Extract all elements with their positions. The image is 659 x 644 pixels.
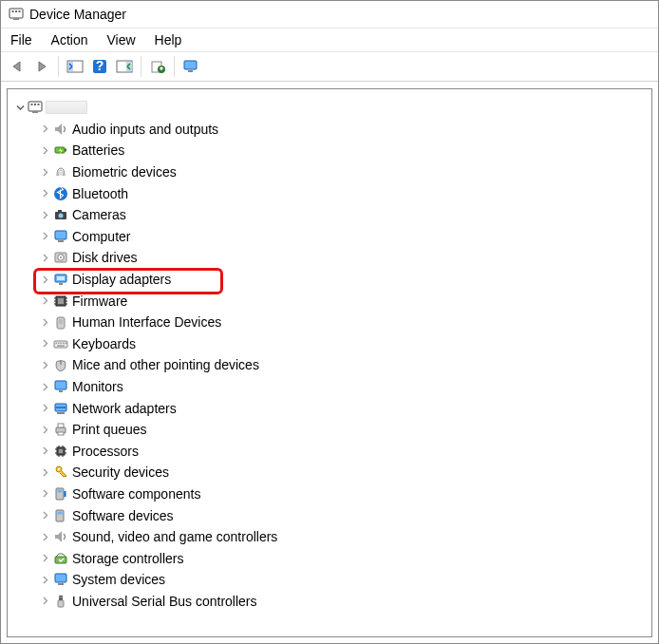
chevron-right-icon[interactable] — [38, 404, 51, 412]
tree-root[interactable] — [11, 97, 648, 119]
tree-item[interactable]: Network adapters — [11, 397, 648, 419]
svg-rect-1 — [12, 10, 14, 12]
svg-rect-73 — [58, 489, 63, 492]
tree-item-label: Network adapters — [72, 401, 177, 416]
tree-item[interactable]: Audio inputs and outputs — [11, 119, 648, 141]
menu-action[interactable]: Action — [42, 28, 98, 51]
chevron-right-icon[interactable] — [38, 489, 51, 498]
tree-item[interactable]: Security devices — [11, 462, 648, 483]
scan-hardware-button[interactable] — [113, 55, 136, 78]
forward-button[interactable] — [30, 55, 53, 78]
tree-item[interactable]: System devices — [11, 569, 648, 591]
chevron-right-icon[interactable] — [38, 597, 51, 605]
category-icon — [52, 163, 69, 180]
tree-item[interactable]: Human Interface Devices — [11, 312, 648, 333]
category-icon — [52, 528, 69, 545]
toolbar-separator — [174, 56, 175, 77]
help-button[interactable]: ? — [88, 55, 111, 78]
tree-item-label: Universal Serial Bus controllers — [72, 594, 257, 609]
chevron-right-icon[interactable] — [38, 446, 51, 455]
svg-rect-26 — [55, 231, 66, 239]
chevron-down-icon[interactable] — [13, 104, 27, 112]
category-icon — [52, 271, 69, 288]
tree-item[interactable]: Computer — [11, 226, 648, 248]
tree-item-label: Sound, video and game controllers — [72, 529, 277, 544]
chevron-right-icon[interactable] — [38, 296, 51, 305]
svg-rect-49 — [66, 342, 67, 344]
svg-rect-19 — [32, 111, 38, 113]
showhide-tree-button[interactable] — [64, 55, 86, 78]
chevron-right-icon[interactable] — [38, 533, 51, 541]
chevron-right-icon[interactable] — [38, 275, 51, 284]
tree-item-label: Disk drives — [72, 250, 137, 265]
chevron-right-icon[interactable] — [38, 211, 51, 219]
tree-item[interactable]: Universal Serial Bus controllers — [11, 591, 648, 613]
chevron-right-icon[interactable] — [38, 383, 51, 391]
svg-rect-79 — [58, 583, 64, 585]
svg-rect-16 — [31, 104, 33, 105]
svg-rect-48 — [63, 342, 65, 344]
tree-item[interactable]: Software components — [11, 483, 648, 505]
tree-item-label: Human Interface Devices — [72, 314, 221, 330]
remote-monitor-button[interactable] — [179, 55, 202, 78]
tree-item[interactable]: Processors — [11, 441, 648, 463]
update-driver-button[interactable] — [146, 55, 169, 78]
device-manager-window: Device Manager File Action View Help ? — [0, 0, 659, 644]
chevron-right-icon[interactable] — [38, 254, 51, 262]
svg-rect-18 — [38, 104, 40, 105]
back-button[interactable] — [6, 55, 28, 78]
tree-item[interactable]: Software devices — [11, 504, 648, 526]
toolbar: ? — [1, 52, 658, 82]
chevron-right-icon[interactable] — [38, 146, 51, 155]
chevron-right-icon[interactable] — [38, 576, 51, 584]
menu-help[interactable]: Help — [145, 28, 192, 51]
tree-item[interactable]: Print queues — [11, 419, 648, 441]
svg-rect-56 — [55, 407, 66, 408]
chevron-right-icon[interactable] — [38, 361, 51, 369]
svg-rect-74 — [65, 491, 66, 497]
chevron-right-icon[interactable] — [38, 339, 51, 348]
chevron-right-icon[interactable] — [38, 124, 51, 133]
svg-rect-44 — [54, 341, 67, 348]
tree-item-label: Biometric devices — [72, 164, 177, 180]
tree-item[interactable]: Storage controllers — [11, 547, 648, 569]
tree-item-label: Processors — [72, 444, 139, 459]
svg-point-71 — [58, 468, 60, 470]
tree-item[interactable]: Batteries — [11, 140, 648, 161]
tree-item[interactable]: Biometric devices — [11, 161, 648, 183]
chevron-right-icon[interactable] — [38, 168, 51, 177]
chevron-right-icon[interactable] — [38, 318, 51, 327]
category-icon — [52, 121, 69, 138]
tree-item-label: Software devices — [72, 508, 174, 523]
category-icon — [52, 228, 69, 245]
tree-item[interactable]: Display adapters — [11, 269, 648, 291]
tree-item-label: Computer — [72, 229, 130, 244]
device-tree[interactable]: Audio inputs and outputsBatteriesBiometr… — [7, 88, 652, 637]
chevron-right-icon[interactable] — [38, 468, 51, 477]
tree-item-label: Bluetooth — [72, 186, 128, 201]
chevron-right-icon[interactable] — [38, 554, 51, 562]
tree-item-label: Print queues — [72, 422, 147, 437]
tree-item[interactable]: Keyboards — [11, 333, 648, 355]
svg-rect-21 — [65, 149, 66, 152]
tree-item[interactable]: Monitors — [11, 376, 648, 398]
tree-item[interactable]: Cameras — [11, 204, 648, 226]
svg-rect-53 — [59, 390, 63, 392]
menu-file[interactable]: File — [1, 28, 42, 51]
tree-item[interactable]: Bluetooth — [11, 182, 648, 204]
menubar: File Action View Help — [1, 28, 658, 52]
tree-item[interactable]: Mice and other pointing devices — [11, 354, 648, 376]
category-icon — [52, 335, 69, 352]
chevron-right-icon[interactable] — [38, 426, 51, 434]
menu-view[interactable]: View — [97, 28, 144, 51]
category-icon — [52, 464, 69, 481]
svg-rect-25 — [58, 210, 62, 212]
tree-item[interactable]: Sound, video and game controllers — [11, 526, 648, 548]
chevron-right-icon[interactable] — [38, 232, 51, 240]
chevron-right-icon[interactable] — [38, 189, 51, 198]
chevron-right-icon[interactable] — [38, 511, 51, 520]
tree-item[interactable]: Disk drives — [11, 247, 648, 269]
tree-item[interactable]: Firmware — [11, 290, 648, 312]
svg-rect-43 — [59, 319, 63, 324]
svg-rect-33 — [59, 283, 63, 285]
